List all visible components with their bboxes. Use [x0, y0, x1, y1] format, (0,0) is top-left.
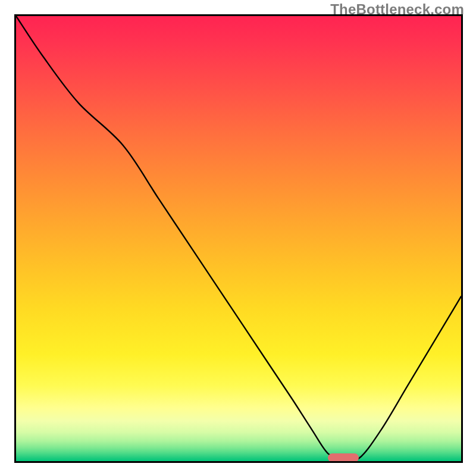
optimum-marker-pill	[328, 453, 359, 462]
watermark-label: TheBottleneck.com	[330, 1, 464, 18]
bottleneck-curve-svg	[16, 16, 461, 461]
bottleneck-curve-path	[16, 16, 461, 461]
bottleneck-chart: TheBottleneck.com	[0, 0, 476, 476]
plot-area	[14, 14, 463, 463]
